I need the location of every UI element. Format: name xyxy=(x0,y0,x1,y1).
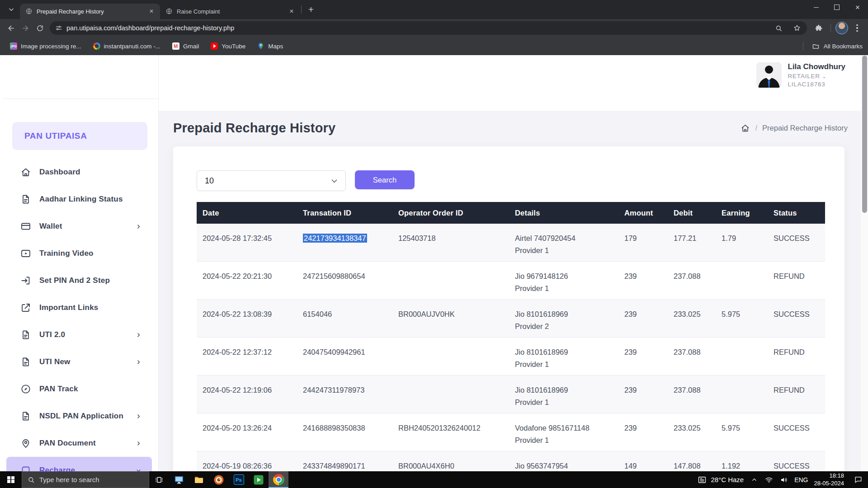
search-button[interactable]: Search xyxy=(355,170,415,189)
table-row: 2024-05-28 17:32:45 242173934138347 1254… xyxy=(197,224,825,262)
extensions-button[interactable] xyxy=(811,21,826,35)
youtube-icon xyxy=(211,42,218,50)
taskbar-search[interactable]: Type here to search xyxy=(22,471,149,488)
sidebar-item-wallet[interactable]: Wallet xyxy=(0,213,158,240)
folder-icon xyxy=(812,42,820,50)
user-avatar xyxy=(756,62,782,88)
all-bookmarks-label[interactable]: All Bookmarks xyxy=(824,43,863,50)
tab-search-button[interactable] xyxy=(4,2,19,17)
bookmark-item[interactable]: JPG Image processing re... xyxy=(5,41,86,52)
cell-details: Airtel 7407920454Provider 1 xyxy=(515,232,624,261)
sidebar-item-training-video[interactable]: Training Video xyxy=(0,240,158,267)
cell-earning xyxy=(722,384,774,413)
maximize-button[interactable] xyxy=(826,0,847,14)
page-size-select[interactable]: 10 xyxy=(197,170,346,191)
breadcrumb-home-icon[interactable] xyxy=(741,123,750,133)
address-bar[interactable]: pan.utipaisa.com/dashboard/prepaid-recha… xyxy=(50,21,807,35)
sidebar-item-set-pin-and-2-step[interactable]: Set PIN And 2 Step xyxy=(0,267,158,294)
column-header-transation-id: Transation ID xyxy=(303,209,398,217)
taskbar-weather[interactable]: 28°C Haze xyxy=(698,475,744,484)
tab-title: Raise Complaint xyxy=(177,8,283,15)
column-header-earning: Earning xyxy=(722,209,774,217)
cell-debit: 237.088 xyxy=(674,346,722,375)
user-profile[interactable]: Lila Chowdhury RETAILER ⌄ LILAC18763 xyxy=(756,62,846,88)
reload-button[interactable] xyxy=(33,21,47,35)
minimize-button[interactable] xyxy=(806,0,826,14)
language-indicator[interactable]: ENG xyxy=(794,476,808,483)
start-button[interactable] xyxy=(0,471,22,488)
bookmark-item[interactable]: YouTube xyxy=(206,41,250,52)
cell-operator-order-id xyxy=(398,384,515,413)
photoshop-icon: Ps xyxy=(234,474,244,485)
cell-details: Vodafone 9851671148Provider 1 xyxy=(515,422,624,451)
cell-details: Jio 8101618969Provider 2 xyxy=(515,308,624,337)
user-name: Lila Chowdhury xyxy=(788,62,846,71)
taskbar-app-play[interactable] xyxy=(249,471,269,488)
cell-details: Jio 8101618969Provider 1 xyxy=(515,384,624,413)
doc-icon xyxy=(20,329,31,340)
bookmark-item[interactable]: instantpanuti.com -... xyxy=(89,41,165,52)
sidebar-item-nsdl-pan-application[interactable]: NSDL PAN Application xyxy=(0,403,158,430)
taskbar-app-viewer[interactable] xyxy=(209,471,229,488)
cell-debit: 237.088 xyxy=(674,270,722,299)
reload-icon xyxy=(36,24,44,32)
recharge-history-table: DateTransation IDOperator Order IDDetail… xyxy=(197,202,825,471)
browser-profile-avatar[interactable] xyxy=(835,22,848,34)
column-header-details: Details xyxy=(515,209,624,217)
sidebar-item-label: NSDL PAN Application xyxy=(39,412,123,421)
volume-tray-icon[interactable] xyxy=(779,476,788,484)
cell-details: Jio 8101618969Provider 1 xyxy=(515,346,624,375)
back-button[interactable] xyxy=(4,21,18,35)
tab-close-icon[interactable]: ✕ xyxy=(147,7,156,15)
eye-app-icon xyxy=(213,474,224,485)
close-window-button[interactable]: ✕ xyxy=(847,0,868,14)
new-tab-button[interactable]: + xyxy=(304,3,318,16)
puzzle-icon xyxy=(815,24,823,32)
volume-icon xyxy=(780,476,788,484)
notification-center-button[interactable] xyxy=(854,475,863,484)
screen: Prepaid Recharge History ✕ Raise Complai… xyxy=(0,0,868,488)
sidebar-item-dashboard[interactable]: Dashboard xyxy=(0,159,158,186)
taskbar-app-chrome[interactable] xyxy=(269,471,288,488)
taskbar-app-file-explorer[interactable] xyxy=(189,471,209,488)
page-scrollbar[interactable] xyxy=(861,55,868,471)
sidebar-item-label: Set PIN And 2 Step xyxy=(39,276,110,285)
sidebar-item-important-links[interactable]: Important Links xyxy=(0,294,158,321)
zoom-indicator-button[interactable] xyxy=(771,21,786,35)
sidebar-item-aadhar-linking-status[interactable]: Aadhar Linking Status xyxy=(0,186,158,213)
sidebar-item-uti-2-0[interactable]: UTI 2.0 xyxy=(0,321,158,348)
task-view-button[interactable] xyxy=(149,471,169,488)
browser-menu-button[interactable] xyxy=(850,21,864,35)
sidebar-item-pan-track[interactable]: PAN Track xyxy=(0,375,158,403)
bookmark-item[interactable]: Maps xyxy=(253,41,288,52)
gmail-icon: M xyxy=(172,42,179,50)
cell-status: REFUND xyxy=(774,270,825,299)
cell-transaction-id: 240475409942961 xyxy=(303,346,398,375)
cell-transaction-id: 244247311978973 xyxy=(303,384,398,413)
brand-logo[interactable]: PAN UTIPAISA xyxy=(12,122,147,150)
taskbar-app-pc[interactable] xyxy=(169,471,189,488)
sidebar-top xyxy=(3,55,158,99)
forward-icon xyxy=(21,24,30,33)
globe-icon xyxy=(25,8,33,15)
browser-tab[interactable]: Raise Complaint ✕ xyxy=(160,4,300,19)
forward-button[interactable] xyxy=(18,21,33,35)
main-content: Prepaid Recharge History / Prepaid Recha… xyxy=(158,111,868,471)
bookmark-star-button[interactable] xyxy=(790,21,804,35)
bookmark-item[interactable]: M Gmail xyxy=(168,41,203,52)
sidebar-item-recharge[interactable]: Recharge xyxy=(6,457,152,471)
cell-amount: 239 xyxy=(624,422,674,451)
chevron-up-icon xyxy=(751,476,758,483)
taskbar-app-photoshop[interactable]: Ps xyxy=(229,471,249,488)
scrollbar-thumb[interactable] xyxy=(862,56,867,213)
page-title: Prepaid Recharge History xyxy=(173,121,335,136)
tray-expand-button[interactable] xyxy=(750,476,759,483)
sidebar-item-pan-document[interactable]: PAN Document xyxy=(0,430,158,457)
browser-tab[interactable]: Prepaid Recharge History ✕ xyxy=(20,4,160,19)
wifi-tray-icon[interactable] xyxy=(764,476,774,484)
tab-close-icon[interactable]: ✕ xyxy=(288,7,296,15)
sidebar-item-uti-new[interactable]: UTI New xyxy=(0,348,158,375)
cell-amount: 239 xyxy=(624,346,674,375)
cell-amount: 179 xyxy=(624,232,674,261)
taskbar-clock[interactable]: 18:18 28-05-2024 xyxy=(814,472,844,488)
